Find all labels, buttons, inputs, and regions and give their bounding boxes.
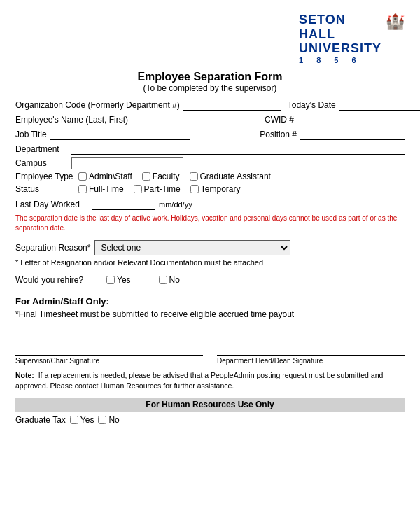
part-time-checkbox[interactable] [134, 185, 142, 193]
department-label: Department [15, 144, 71, 154]
supervisor-sig-label: Supervisor/Chair Signature [15, 357, 203, 365]
rehire-yes-checkbox[interactable] [106, 276, 115, 284]
admin-section: For Admin/Staff Only: *Final Timesheet m… [15, 296, 405, 319]
hr-use-bar: For Human Resources Use Only [15, 398, 405, 412]
status-checkboxes: Full-Time Part-Time Temporary [78, 184, 240, 194]
doc-note: * Letter of Resignation and/or Relevant … [15, 258, 405, 267]
col-org-code: Organization Code (Formerly Department #… [15, 100, 281, 111]
col-todays-date: Today's Date [288, 100, 420, 111]
row-name-cwid: Employee's Name (Last, First) CWID # [15, 115, 405, 125]
logo-wrapper: SETON HALL UNIVERSITY 1 8 5 6 🏰 [299, 13, 405, 65]
org-code-input[interactable] [183, 100, 281, 111]
faculty-option[interactable]: Faculty [142, 172, 180, 181]
rehire-no-label: No [169, 275, 180, 285]
last-day-label: Last Day Worked [15, 200, 92, 209]
rehire-yes-option[interactable]: Yes [106, 275, 131, 285]
full-time-label: Full-Time [89, 184, 124, 194]
part-time-label: Part-Time [144, 184, 181, 194]
form-title: Employee Separation Form [15, 71, 405, 83]
row-grad-tax: Graduate Tax Yes No [15, 415, 405, 425]
row-separation-reason: Separation Reason* Select one [15, 240, 405, 255]
separation-reason-select[interactable]: Select one [94, 240, 290, 255]
mm-dd-yy-hint: mm/dd/yy [159, 200, 192, 209]
graduate-assistant-option[interactable]: Graduate Assistant [190, 172, 271, 181]
employee-type-checkboxes: Admin\Staff Faculty Graduate Assistant [78, 172, 271, 181]
row-jobtitle-position: Job Title Position # [15, 130, 405, 140]
temporary-checkbox[interactable] [190, 185, 199, 193]
dept-head-sig-line [217, 340, 405, 356]
department-input[interactable] [71, 144, 405, 155]
row-department: Department [15, 144, 405, 155]
form-subtitle: (To be completed by the supervisor) [15, 83, 405, 93]
admin-section-title: For Admin/Staff Only: [15, 296, 405, 307]
org-code-label: Organization Code (Formerly Department #… [15, 100, 180, 110]
rehire-yes-label: Yes [117, 275, 131, 285]
cwid-input[interactable] [297, 115, 405, 125]
row-employee-type: Employee Type Admin\Staff Faculty Gradua… [15, 172, 405, 181]
logo-seton: SETON [299, 13, 382, 27]
logo-year: 1 8 5 6 [299, 56, 382, 65]
note-text: If a replacement is needed, please be ad… [15, 371, 383, 391]
rehire-no-option[interactable]: No [159, 275, 180, 285]
admin-staff-label: Admin\Staff [89, 172, 132, 181]
employee-type-label: Employee Type [15, 172, 78, 181]
university-icon: 🏰 [386, 13, 405, 31]
logo-text-block: SETON HALL UNIVERSITY 1 8 5 6 [299, 13, 382, 65]
supervisor-sig-block: Supervisor/Chair Signature [15, 340, 203, 365]
grad-no-label: No [108, 415, 119, 425]
grad-yes-label: Yes [80, 415, 94, 425]
col-employee-name: Employee's Name (Last, First) [15, 115, 258, 125]
admin-staff-checkbox[interactable] [78, 172, 87, 181]
col-job-title: Job Title [15, 130, 253, 140]
employee-name-label: Employee's Name (Last, First) [15, 115, 128, 125]
logo-hall: HALL [299, 27, 382, 42]
title-section: Employee Separation Form (To be complete… [15, 71, 405, 93]
faculty-label: Faculty [153, 172, 180, 181]
row-rehire: Would you rehire? Yes No [15, 275, 405, 285]
note-label: Note: [15, 371, 34, 379]
status-label: Status [15, 184, 78, 194]
employee-name-input[interactable] [131, 115, 229, 125]
temporary-option[interactable]: Temporary [190, 184, 241, 194]
faculty-checkbox[interactable] [142, 172, 150, 181]
last-day-input[interactable] [92, 200, 155, 210]
temporary-label: Temporary [201, 184, 241, 194]
grad-no-option[interactable]: No [98, 415, 119, 425]
logo-university: UNIVERSITY [299, 41, 382, 56]
dept-head-sig-label: Department Head/Dean Signature [217, 357, 405, 365]
grad-yes-option[interactable]: Yes [70, 415, 94, 425]
row-last-day: Last Day Worked mm/dd/yy [15, 200, 405, 210]
grad-tax-label: Graduate Tax [15, 415, 66, 425]
rehire-options: Yes No [106, 275, 180, 285]
campus-input[interactable] [71, 157, 183, 169]
separation-red-note: The separation date is the last day of a… [15, 214, 405, 233]
col-cwid: CWID # [265, 115, 405, 125]
part-time-option[interactable]: Part-Time [134, 184, 181, 194]
position-input[interactable] [300, 130, 405, 140]
row-org-date: Organization Code (Formerly Department #… [15, 100, 405, 111]
col-position: Position # [260, 130, 405, 140]
graduate-assistant-checkbox[interactable] [190, 172, 198, 181]
row-campus: Campus [15, 157, 405, 169]
campus-label: Campus [15, 158, 71, 168]
todays-date-input[interactable] [339, 100, 420, 111]
full-time-checkbox[interactable] [78, 185, 87, 193]
supervisor-sig-line [15, 340, 203, 356]
header: SETON HALL UNIVERSITY 1 8 5 6 🏰 [15, 13, 405, 65]
position-label: Position # [260, 130, 297, 139]
todays-date-label: Today's Date [288, 100, 336, 110]
full-time-option[interactable]: Full-Time [78, 184, 124, 194]
grad-no-checkbox[interactable] [98, 416, 106, 424]
rehire-no-checkbox[interactable] [159, 276, 167, 284]
admin-staff-option[interactable]: Admin\Staff [78, 172, 132, 181]
rehire-label: Would you rehire? [15, 275, 85, 285]
separation-reason-label: Separation Reason* [15, 243, 90, 253]
graduate-assistant-label: Graduate Assistant [200, 172, 271, 181]
row-status: Status Full-Time Part-Time Temporary [15, 184, 405, 194]
admin-note: *Final Timesheet must be submitted to re… [15, 309, 405, 319]
note-section: Note: If a replacement is needed, please… [15, 370, 405, 393]
grad-yes-checkbox[interactable] [70, 416, 78, 424]
job-title-input[interactable] [50, 130, 190, 140]
job-title-label: Job Title [15, 130, 47, 139]
cwid-label: CWID # [265, 115, 294, 125]
